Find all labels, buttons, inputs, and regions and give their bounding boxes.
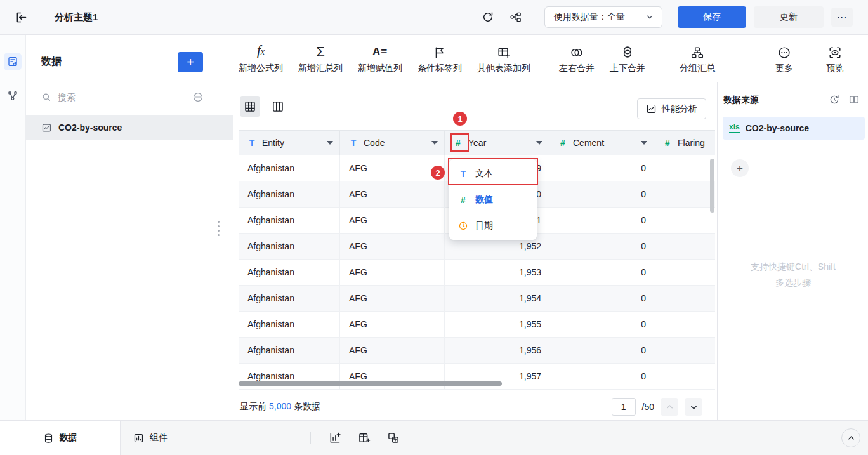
- edit-toolbar: fx 新增公式列 Σ 新增汇总列 A= 新增赋值列 条件标签列 其他表添加列: [233, 35, 868, 82]
- table-cell: Afghanistan: [239, 286, 340, 312]
- refresh-icon[interactable]: [478, 8, 497, 27]
- table-cell: AFG: [340, 286, 445, 312]
- number-type-icon: #: [558, 138, 567, 148]
- table-cell: 1,953: [445, 260, 549, 286]
- column-header-cement[interactable]: # Cement: [549, 131, 654, 155]
- workflow-icon[interactable]: [506, 8, 525, 27]
- table-cell: [654, 338, 715, 364]
- table-cell: AFG: [340, 181, 445, 208]
- performance-chart-icon: [646, 103, 657, 114]
- column-header-code[interactable]: T Code: [340, 131, 445, 155]
- tab-component[interactable]: 组件: [133, 432, 168, 444]
- column-dropdown-caret[interactable]: [641, 141, 647, 145]
- toolbar-item-add-from-other-table[interactable]: 其他表添加列: [477, 43, 530, 74]
- menu-item-date[interactable]: 日期: [449, 213, 537, 239]
- column-dropdown-caret[interactable]: [536, 141, 542, 145]
- add-step-button[interactable]: +: [731, 159, 749, 177]
- table-row: AfghanistanAFG1,9560: [239, 338, 715, 364]
- add-chart-icon[interactable]: [329, 432, 341, 444]
- toolbar-item-preview[interactable]: 预览: [817, 43, 853, 74]
- row-count-value: 5,000: [269, 401, 291, 411]
- toolbar-item-merge-left-right[interactable]: 左右合并: [559, 43, 595, 74]
- column-view-icon[interactable]: [268, 96, 288, 117]
- add-data-button[interactable]: +: [178, 52, 203, 72]
- number-type-icon[interactable]: #: [454, 138, 463, 148]
- column-header-flaring[interactable]: # Flaring: [654, 131, 715, 155]
- page-input[interactable]: [612, 398, 636, 416]
- table-cell: 1,956: [445, 338, 549, 364]
- menu-item-text[interactable]: T 文本: [449, 161, 537, 187]
- group-summary-icon: [690, 43, 704, 60]
- data-list-panel: 数据 + CO2-by-source: [26, 35, 233, 420]
- topbar-more-icon[interactable]: ⋯: [831, 8, 853, 27]
- table-footer: 显示前5,000条数据 /50: [239, 393, 712, 420]
- column-header-year[interactable]: # Year: [445, 131, 549, 155]
- column-dropdown-caret[interactable]: [327, 141, 333, 145]
- panel-resize-handle[interactable]: [214, 216, 223, 241]
- page-up-icon[interactable]: [661, 398, 678, 416]
- menu-item-number[interactable]: # 数值: [449, 187, 537, 213]
- source-list-item[interactable]: xls CO2-by-source: [723, 117, 865, 140]
- toolbar-item-formula[interactable]: fx 新增公式列: [239, 43, 283, 74]
- table-cell: 0: [549, 260, 654, 286]
- column-header-entity[interactable]: T Entity: [239, 131, 340, 155]
- table-cell: [654, 286, 715, 312]
- relationship-icon[interactable]: [4, 87, 22, 105]
- save-button[interactable]: 保存: [678, 6, 746, 28]
- table-workspace: 性能分析 T Entity T Code # Year: [233, 82, 717, 420]
- table-row: AfghanistanAFG1,9540: [239, 286, 715, 312]
- table-cell: 0: [549, 234, 654, 260]
- table-cell: [654, 181, 715, 208]
- performance-analysis-button[interactable]: 性能分析: [637, 98, 706, 119]
- edit-analysis-icon[interactable]: [4, 53, 22, 70]
- grid-view-icon[interactable]: [240, 96, 260, 117]
- horizontal-scrollbar[interactable]: [239, 381, 502, 386]
- table-cell: [654, 234, 715, 260]
- preview-eye-icon: [828, 43, 842, 60]
- dataset-list-item[interactable]: CO2-by-source: [26, 115, 233, 140]
- table-cell: AFG: [340, 312, 445, 338]
- source-name: CO2-by-source: [746, 123, 809, 133]
- view-toggles: [240, 96, 288, 117]
- toolbar-item-summary-column[interactable]: Σ 新增汇总列: [298, 43, 343, 74]
- history-icon[interactable]: [829, 94, 840, 105]
- table-row: AfghanistanAFG1,9550: [239, 312, 715, 338]
- number-type-icon: #: [663, 138, 672, 148]
- table-cell: AFG: [340, 234, 445, 260]
- collapse-panel-icon[interactable]: [841, 428, 860, 447]
- table-cell: [654, 208, 715, 234]
- tab-data[interactable]: 数据: [0, 421, 121, 455]
- add-table-icon[interactable]: [358, 432, 371, 444]
- table-cell: Afghanistan: [239, 208, 340, 234]
- search-input[interactable]: [58, 92, 186, 102]
- table-cell: [654, 312, 715, 338]
- date-clock-icon: [458, 221, 468, 231]
- page-title: 分析主题1: [55, 11, 98, 23]
- toolbar-item-more[interactable]: 更多: [766, 43, 802, 74]
- update-button[interactable]: 更新: [754, 6, 824, 28]
- page-down-icon[interactable]: [685, 398, 702, 416]
- data-volume-label: 使用数据量：全量: [554, 11, 625, 23]
- exit-icon[interactable]: [11, 8, 30, 27]
- toolbar-item-assign-column[interactable]: A= 新增赋值列: [358, 43, 402, 74]
- table-cell: 0: [549, 181, 654, 208]
- quick-add-icons: [329, 432, 400, 444]
- add-component-icon[interactable]: [387, 432, 400, 444]
- xls-file-icon: xls: [729, 123, 740, 133]
- toolbar-item-condition-tag[interactable]: 条件标签列: [418, 43, 462, 74]
- table-cell: AFG: [340, 338, 445, 364]
- table-cell: [654, 364, 715, 390]
- text-type-icon: T: [349, 138, 358, 148]
- vertical-scrollbar[interactable]: [710, 159, 714, 213]
- table-cell: 0: [549, 338, 654, 364]
- table-cell: 1,954: [445, 286, 549, 312]
- top-bar: 分析主题1 使用数据量：全量 保存 更新 ⋯: [0, 0, 868, 35]
- formula-fx-icon: fx: [257, 43, 265, 60]
- toolbar-item-group-summary[interactable]: 分组汇总: [680, 43, 715, 74]
- search-more-icon[interactable]: [192, 91, 204, 103]
- toolbar-item-merge-top-bottom[interactable]: 上下合并: [610, 43, 645, 74]
- data-volume-select[interactable]: 使用数据量：全量: [544, 6, 662, 28]
- layout-split-icon[interactable]: [848, 94, 860, 105]
- table-cell: Afghanistan: [239, 155, 340, 181]
- column-dropdown-caret[interactable]: [431, 141, 438, 145]
